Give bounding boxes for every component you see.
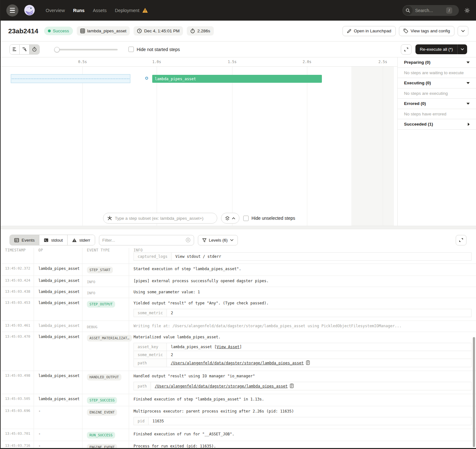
event-timestamp[interactable]: 13:45:03.696: [1, 406, 34, 429]
event-op: -: [34, 429, 82, 441]
run-actions-dropdown-button[interactable]: [458, 26, 468, 36]
dagster-logo-icon[interactable]: [23, 4, 36, 17]
zoom-slider-handle[interactable]: [54, 47, 60, 52]
event-timestamp[interactable]: 13:45:03.505: [1, 394, 34, 406]
flat-view-button[interactable]: [10, 45, 20, 54]
panel-splitter[interactable]: [1, 226, 476, 232]
clear-filter-icon[interactable]: [186, 238, 191, 243]
event-type-pill: ENGINE_EVENT: [87, 409, 117, 416]
hide-unselected-label: Hide unselected steps: [251, 216, 295, 221]
event-timestamp[interactable]: [1, 252, 34, 264]
search-input[interactable]: [415, 8, 446, 13]
nav-runs[interactable]: Runs: [73, 8, 84, 13]
sidebar-section-succeeded[interactable]: Succeeded (1): [398, 119, 476, 130]
event-log-row: 13:45:03.498lambda_pipes_assetHANDLED_OU…: [1, 371, 476, 394]
event-info: Handled output "result" using IO manager…: [129, 371, 476, 394]
hide-not-started-label: Hide not started steps: [137, 47, 180, 52]
event-timestamp[interactable]: 13:45:03.498: [1, 371, 34, 394]
graph-query-icon: [107, 216, 112, 221]
event-op: lambda_pipes_asset: [34, 371, 82, 394]
event-timestamp[interactable]: 13:45:03.453: [1, 298, 34, 321]
chevron-down-icon: [466, 62, 470, 63]
event-metadata-table: pid11635: [134, 417, 472, 425]
search-shortcut-badge: /: [446, 7, 452, 14]
copy-icon[interactable]: [306, 361, 310, 365]
reexecute-dropdown[interactable]: [457, 44, 467, 54]
event-op: [34, 252, 82, 264]
view-tags-config-button[interactable]: View tags and config: [399, 26, 454, 36]
hamburger-menu-button[interactable]: [6, 4, 18, 16]
tab-stdout[interactable]: stdout: [39, 235, 68, 245]
event-type-pill: ENGINE_EVENT: [87, 444, 117, 449]
job-chip[interactable]: lambda_pipes_asset: [77, 26, 130, 36]
event-log-row: 13:45:02.372lambda_pipes_assetSTEP_START…: [1, 264, 476, 276]
gantt-view-mode-group: [10, 44, 40, 55]
event-info: Using some_parameter value: 1: [129, 287, 476, 298]
event-type: ENGINE_EVENT: [82, 441, 129, 449]
gantt-fullscreen-button[interactable]: [401, 44, 412, 55]
search-box[interactable]: /: [402, 5, 459, 16]
nav-deployment[interactable]: Deployment: [115, 8, 139, 13]
event-metadata-table: path/Users/alangenfeld/data/dagster/stor…: [134, 382, 472, 390]
hide-not-started-checkbox[interactable]: [128, 47, 134, 52]
timed-view-button[interactable]: [29, 45, 39, 54]
status-dot-icon: [48, 29, 51, 32]
event-info: Finished execution of run for "__ASSET_J…: [129, 429, 476, 441]
event-type: INFO: [82, 287, 129, 298]
sidebar-section-executing[interactable]: Executing (0): [398, 78, 476, 88]
gantt-step-bar[interactable]: lambda_pipes_asset: [152, 75, 322, 83]
event-timestamp[interactable]: 13:45:03.438: [1, 287, 34, 298]
event-log-row: 13:45:03.716-ENGINE_EVENTProcess for run…: [1, 441, 476, 449]
sidebar-section-preparing[interactable]: Preparing (0): [398, 57, 476, 68]
event-timestamp[interactable]: 13:45:03.701: [1, 429, 34, 441]
metadata-value: 2: [167, 351, 472, 359]
metadata-value: /Users/alangenfeld/data/dagster/storage/…: [167, 359, 472, 367]
event-op: lambda_pipes_asset: [34, 287, 82, 298]
waterfall-view-button[interactable]: [20, 45, 29, 54]
event-type: [82, 252, 129, 264]
event-type: DEBUG: [82, 321, 129, 332]
view-asset-link[interactable]: View Asset: [217, 345, 239, 349]
event-type: STEP_SUCCESS: [82, 394, 129, 406]
gantt-time-axis: 0.5s 1.0s 1.5s 2.0s 2.5s: [1, 57, 397, 67]
log-filter-input[interactable]: [102, 238, 186, 243]
levels-dropdown-button[interactable]: Levels (6): [198, 235, 238, 245]
event-info: Yielded output "result" of type "Any". (…: [129, 298, 476, 321]
step-status-sidebar: Preparing (0) No steps are waiting to ex…: [398, 57, 476, 226]
event-timestamp[interactable]: 13:45:02.372: [1, 264, 34, 276]
nav-assets[interactable]: Assets: [93, 8, 107, 13]
hide-unselected-checkbox[interactable]: [243, 216, 249, 221]
metadata-path-link[interactable]: /Users/alangenfeld/data/dagster/storage/…: [171, 361, 303, 365]
open-in-launchpad-button[interactable]: Open in Launchpad: [342, 26, 396, 36]
duration-chip: 2.286s: [187, 26, 214, 36]
event-timestamp[interactable]: 13:45:03.470: [1, 332, 34, 371]
event-timestamp[interactable]: 13:45:03.461: [1, 321, 34, 332]
copy-icon[interactable]: [290, 384, 294, 388]
run-id: 23ab2414: [8, 27, 38, 35]
metadata-value: View stdout / stderr: [171, 253, 471, 261]
log-filter-box: [99, 235, 194, 245]
event-metadata-table: asset_keylambda_pipes_asset [View Asset]…: [134, 343, 472, 367]
event-log-row: 13:45:03.696-ENGINE_EVENTMultiprocess ex…: [1, 406, 476, 429]
gantt-offrange-region: [351, 67, 394, 226]
sidebar-section-errored[interactable]: Errored (0): [398, 99, 476, 109]
top-nav: Overview Runs Assets Deployment /: [1, 0, 476, 21]
graph-options-button[interactable]: [221, 213, 239, 224]
nested-list-icon: [22, 47, 27, 51]
reexecute-all-button[interactable]: Re-execute all (*): [415, 44, 467, 54]
settings-gear-icon[interactable]: [464, 7, 470, 14]
event-timestamp[interactable]: 13:45:03.716: [1, 441, 34, 449]
timer-icon: [190, 29, 195, 33]
event-timestamp[interactable]: 13:45:03.424: [1, 276, 34, 287]
sidebar-empty-errored: No steps have errored: [398, 109, 476, 120]
log-scrollbar[interactable]: [473, 337, 475, 447]
log-fullscreen-button[interactable]: [456, 235, 466, 245]
metadata-path-link[interactable]: /Users/alangenfeld/data/dagster/storage/…: [155, 384, 288, 388]
nav-overview[interactable]: Overview: [46, 8, 65, 13]
tab-events[interactable]: Events: [10, 235, 39, 245]
tab-stderr[interactable]: stderr: [68, 235, 95, 245]
step-subset-input[interactable]: [115, 216, 213, 221]
stopwatch-icon: [32, 47, 37, 52]
zoom-slider[interactable]: [54, 47, 118, 52]
expand-icon: [459, 238, 463, 242]
